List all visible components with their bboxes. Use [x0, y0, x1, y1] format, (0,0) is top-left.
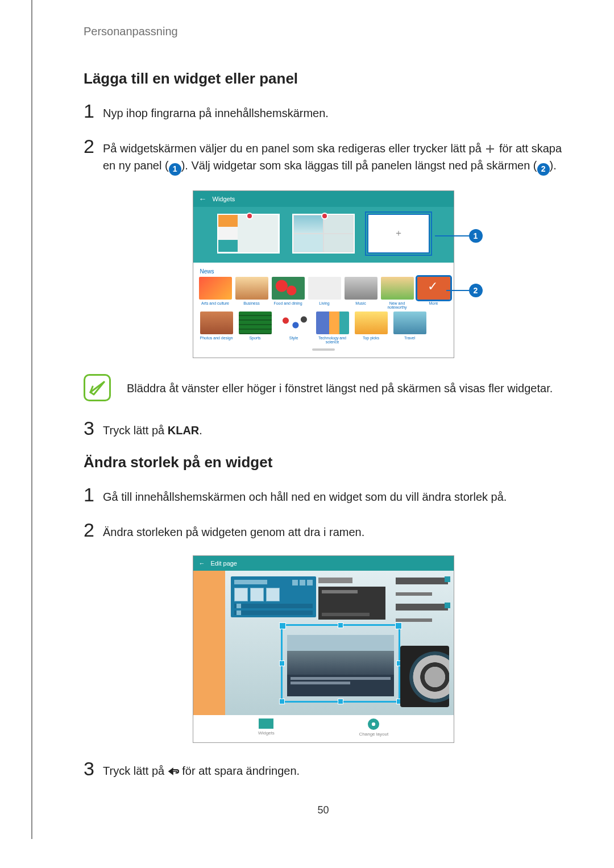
step-2-2: 2 Ändra storleken på widgeten genom att … [84, 520, 563, 541]
item-label: Music [355, 301, 366, 309]
text-fragment: ). Välj widgetar som ska läggas till på … [181, 159, 537, 172]
step-2-1: 1 Gå till innehållshemskärmen och håll n… [84, 485, 563, 505]
button-label: Change layout [359, 732, 389, 737]
button-label: Widgets [258, 730, 275, 736]
step-1-3: 3 Tryck lätt på KLAR. [84, 418, 563, 439]
figure2-right-widgets [396, 578, 448, 622]
panel-slot-1 [217, 214, 280, 254]
text-fragment: för att spara ändringen. [179, 765, 300, 777]
figure2-widget-tiles [231, 576, 316, 617]
step-number: 3 [84, 418, 103, 438]
step-text: Gå till innehållshemskärmen och håll ned… [103, 485, 507, 505]
figure2-title: Edit page [211, 560, 237, 567]
item-label: Technology and science [315, 336, 350, 344]
text-fragment: Tryck lätt på [103, 765, 168, 777]
figure2-toolbar: ← Edit page [193, 556, 454, 571]
callout-badge: 2 [469, 284, 483, 297]
step-number: 1 [84, 485, 103, 504]
figure2-widget-dark [318, 578, 385, 620]
section-title-add-widget: Lägga till en widget eller panel [84, 70, 563, 88]
step-1-2: 2 På widgetskärmen väljer du en panel so… [84, 136, 563, 176]
bold-label: KLAR [168, 424, 200, 437]
text-fragment: . [199, 424, 202, 437]
step-number: 2 [84, 136, 103, 156]
step-text: På widgetskärmen väljer du en panel som … [103, 136, 563, 176]
item-label: More [429, 301, 438, 309]
grid-caption: News [200, 268, 448, 275]
text-fragment: ). [550, 159, 557, 172]
note-text: Bläddra åt vänster eller höger i fönstre… [127, 374, 553, 397]
step-text: Nyp ihop fingrarna på innehållshemskärme… [103, 101, 329, 122]
panel-slot-add: ＋ [367, 214, 430, 254]
item-label: New and noteworthy [381, 301, 414, 309]
item-label: Travel [404, 336, 415, 344]
figure2-widgets-button: Widgets [258, 719, 275, 737]
figure1-panel-strip: ＋ [193, 207, 454, 263]
figure2-sidebar [193, 571, 225, 715]
step-number: 3 [84, 759, 103, 778]
figure1-widget-grid: News Arts and culture Business Food and … [193, 263, 454, 358]
step-number: 1 [84, 101, 103, 121]
item-label: Photos and design [200, 336, 233, 344]
item-label: Style [289, 336, 298, 344]
item-label: Arts and culture [201, 301, 229, 309]
figure-add-widget: ← Widgets ＋ News [84, 190, 563, 358]
reference-badge-1: 1 [169, 163, 181, 176]
panel-slot-2 [292, 214, 355, 254]
step-number: 2 [84, 520, 103, 539]
back-arrow-icon [168, 766, 179, 777]
figure-resize-widget: ← Edit page [84, 555, 563, 743]
item-label: Top picks [363, 336, 379, 344]
step-text: Tryck lätt på KLAR. [103, 418, 202, 439]
plus-icon: ＋ [368, 215, 429, 252]
plus-icon [484, 143, 496, 155]
figure2-layout-button: Change layout [359, 719, 389, 737]
breadcrumb: Personanpassning [84, 25, 563, 38]
item-label: Food and dining [273, 301, 302, 309]
item-label: Sports [249, 336, 260, 344]
step-2-3: 3 Tryck lätt på för att spara ändringen. [84, 759, 563, 779]
callout-2: 2 [446, 284, 483, 297]
item-label: Business [243, 301, 259, 309]
reference-badge-2: 2 [537, 163, 550, 176]
figure2-bottom-bar: Widgets Change layout [193, 715, 454, 742]
section-title-resize-widget: Ändra storlek på en widget [84, 454, 563, 471]
step-1-1: 1 Nyp ihop fingrarna på innehållshemskär… [84, 101, 563, 122]
figure2-wheel-widget [400, 646, 449, 707]
page-number: 50 [84, 804, 563, 816]
back-icon: ← [199, 560, 205, 567]
callout-1: 1 [435, 229, 483, 243]
note-icon [84, 374, 111, 401]
text-fragment: Tryck lätt på [103, 424, 168, 437]
tiles-icon [259, 719, 273, 729]
figure1-title: Widgets [213, 196, 235, 202]
figure2-canvas [225, 571, 454, 715]
figure2-resize-frame [281, 624, 400, 703]
drag-handle-icon [312, 348, 335, 351]
callout-badge: 1 [469, 229, 483, 243]
document-page: Personanpassning Lägga till en widget el… [31, 0, 614, 839]
step-text: Ändra storleken på widgeten genom att dr… [103, 520, 364, 541]
item-label: Living [319, 301, 329, 309]
note-block: Bläddra åt vänster eller höger i fönstre… [84, 374, 563, 401]
figure1-toolbar: ← Widgets [193, 191, 454, 207]
figure2-selected-widget [287, 635, 394, 696]
back-icon: ← [199, 194, 207, 203]
step-text: Tryck lätt på för att spara ändringen. [103, 759, 300, 779]
text-fragment: På widgetskärmen väljer du en panel som … [103, 142, 484, 155]
gear-icon [368, 719, 379, 730]
